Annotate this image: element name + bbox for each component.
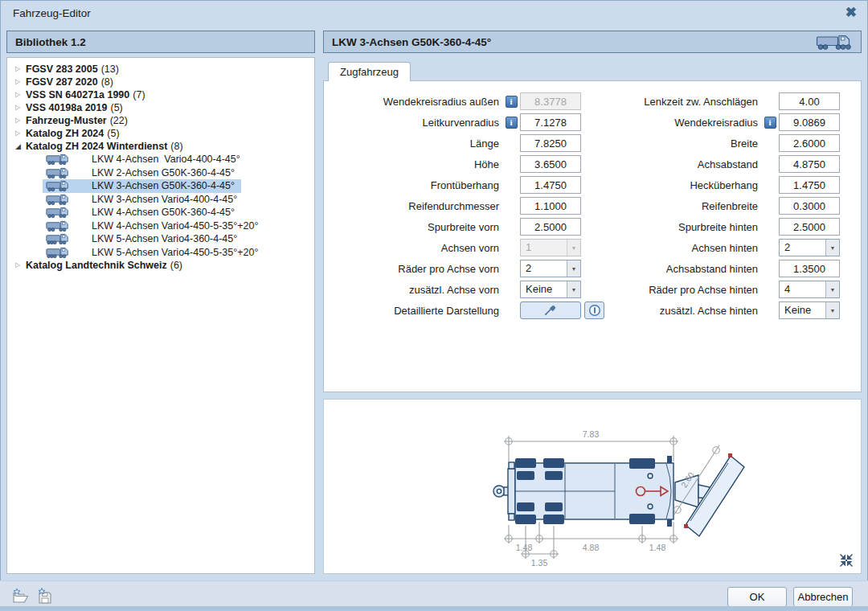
reifendurchmesser-input[interactable] — [520, 197, 581, 215]
zusaetzl-achse-vorn-select[interactable]: Keine ▼ — [520, 281, 581, 298]
field-label: Lenkzeit zw. Anschlägen — [591, 96, 761, 108]
titlebar: Fahrzeug-Editor ✖ — [0, 0, 868, 27]
field-label: Länge — [332, 137, 502, 150]
vehicle-top-view-diagram: 7.83 — [324, 400, 861, 573]
library-panel-header: Bibliothek 1.2 — [6, 31, 315, 53]
expander-icon[interactable]: ▷ — [15, 114, 26, 127]
hoehe-input[interactable] — [520, 155, 581, 173]
tab-zugfahrzeug[interactable]: Zugfahrzeug — [328, 62, 411, 81]
vehicle-item[interactable]: LKW 4-Achsen Vario4-450-5-35°+20° — [7, 219, 314, 233]
field-label: Spurbreite vorn — [332, 221, 502, 233]
expander-icon[interactable]: ▷ — [15, 259, 26, 272]
vehicle-item[interactable]: LKW 5-Achsen Vario4-450-5-35°+20° — [7, 246, 314, 260]
collapse-preview-icon[interactable] — [839, 553, 854, 568]
tab-bar: Zugfahrzeug — [323, 62, 411, 81]
ok-button[interactable]: OK — [727, 587, 787, 607]
leitkurvenradius-input[interactable] — [520, 113, 581, 131]
info-icon[interactable]: i — [506, 117, 518, 129]
vehicle-item-label: LKW 4-Achsen Vario4-450-5-35°+20° — [92, 220, 258, 232]
field-label: Räder pro Achse hinten — [591, 284, 761, 296]
dropdown-arrow-icon[interactable]: ▼ — [825, 281, 839, 297]
expander-expanded-icon[interactable]: ◢ — [15, 140, 26, 153]
tree-category-landtechnik[interactable]: ▷ Katalog Landtechnik Schweiz (6) — [7, 259, 314, 272]
library-header-label: Bibliothek 1.2 — [15, 36, 86, 48]
vehicle-item-label: LKW 3-Achsen G50K-360-4-45° — [92, 180, 235, 191]
pick-detail-representation-button[interactable] — [520, 301, 581, 319]
frontueberhang-input[interactable] — [520, 176, 581, 194]
field-label: Räder pro Achse vorn — [332, 263, 502, 275]
field-label: zusätzl. Achse vorn — [332, 284, 502, 296]
field-label: Spurbreite hinten — [591, 221, 761, 233]
library-tree: ▷ FGSV 283 2005 (13) ▷ FGSV 287 2020 (8)… — [6, 57, 315, 574]
vehicle-item-label: LKW 5-Achsen Vario4-360-4-45° — [92, 233, 237, 244]
dropdown-arrow-icon: ▼ — [567, 240, 580, 256]
truck-body — [493, 456, 674, 527]
close-icon[interactable]: ✖ — [845, 5, 857, 21]
detail-display-toggle-button[interactable] — [584, 301, 604, 319]
dropdown-arrow-icon[interactable]: ▼ — [825, 302, 839, 318]
lenkzeit-input[interactable] — [779, 92, 840, 110]
vehicle-item[interactable]: LKW 4-Achsen Vario4-400-4-45° — [7, 153, 314, 166]
expander-icon[interactable]: ▷ — [15, 101, 26, 114]
open-library-button[interactable] — [11, 588, 31, 605]
dropdown-arrow-icon[interactable]: ▼ — [567, 260, 580, 277]
vehicle-item-selected[interactable]: LKW 3-Achsen G50K-360-4-45° — [7, 179, 314, 193]
expander-icon[interactable]: ▷ — [15, 127, 26, 140]
vehicle-item[interactable]: LKW 2-Achsen G50K-360-4-45° — [7, 166, 314, 180]
field-label: zusätzl. Achse hinten — [591, 305, 761, 317]
field-label: Detaillierte Darstellung — [332, 305, 502, 317]
vehicle-item[interactable]: LKW 3-Achsen Vario4-400-4-45° — [7, 193, 314, 207]
expander-icon[interactable]: ▷ — [15, 76, 26, 88]
vehicle-item-label: LKW 2-Achsen G50K-360-4-45° — [92, 167, 235, 178]
dialog-footer: OK Abbrechen — [0, 580, 868, 611]
tree-category-fgsv-283[interactable]: ▷ FGSV 283 2005 (13) — [7, 63, 314, 76]
open-folder-star-icon — [11, 588, 31, 605]
wendekreisradius-input[interactable] — [779, 113, 840, 131]
spurbreite-hinten-input[interactable] — [779, 218, 840, 236]
field-label: Leitkurvenradius — [332, 117, 502, 129]
window-title: Fahrzeug-Editor — [13, 7, 91, 19]
zusaetzl-achse-hinten-select[interactable]: Keine ▼ — [779, 301, 840, 319]
truck-icon — [45, 153, 71, 166]
vehicle-panel-header: LKW 3-Achsen G50K-360-4-45° — [323, 31, 862, 53]
tree-category-vss-40198a[interactable]: ▷ VSS 40198a 2019 (5) — [7, 101, 314, 114]
info-icon[interactable]: i — [506, 96, 518, 108]
achsabstand-hinten-input[interactable] — [779, 260, 840, 277]
heckueberhang-input[interactable] — [779, 176, 840, 194]
raeder-pro-achse-vorn-select[interactable]: 2 ▼ — [520, 260, 581, 277]
snow-plow — [675, 453, 744, 536]
spurbreite-vorn-input[interactable] — [520, 218, 581, 236]
field-label: Achsabstand hinten — [591, 263, 761, 275]
vehicle-item[interactable]: LKW 4-Achsen G50K-360-4-45° — [7, 206, 314, 219]
tree-category-fgsv-287[interactable]: ▷ FGSV 287 2020 (8) — [7, 76, 314, 88]
expander-icon[interactable]: ▷ — [15, 63, 26, 76]
info-icon[interactable]: i — [764, 117, 776, 129]
dropdown-arrow-icon[interactable]: ▼ — [825, 240, 839, 256]
vehicle-item-label: LKW 5-Achsen Vario4-450-5-35°+20° — [92, 247, 258, 258]
field-label: Wendekreisradius — [591, 117, 761, 129]
tree-category-fahrzeug-muster[interactable]: ▷ Fahrzeug-Muster (22) — [7, 114, 314, 127]
breite-input[interactable] — [779, 134, 840, 152]
laenge-input[interactable] — [520, 134, 581, 152]
dimension-total-length: 7.83 — [504, 429, 678, 461]
field-label: Achsabstand — [591, 158, 761, 170]
svg-text:7.83: 7.83 — [583, 429, 600, 439]
field-label: Höhe — [332, 158, 502, 170]
dropdown-arrow-icon[interactable]: ▼ — [567, 281, 580, 297]
truck-icon — [45, 193, 71, 206]
achsen-hinten-select[interactable]: 2 ▼ — [779, 239, 840, 256]
vehicle-item[interactable]: LKW 5-Achsen Vario4-360-4-45° — [7, 232, 314, 246]
achsabstand-input[interactable] — [779, 155, 840, 173]
tree-category-vss-sn[interactable]: ▷ VSS SN 640271a 1990 (7) — [7, 88, 314, 101]
tree-category-katalog-zh-2024[interactable]: ▷ Katalog ZH 2024 (5) — [7, 127, 314, 140]
achsen-vorn-select: 1 ▼ — [520, 239, 581, 256]
save-library-button[interactable] — [35, 588, 55, 605]
tree-category-katalog-zh-winterdienst[interactable]: ◢ Katalog ZH 2024 Winterdienst (8) — [7, 140, 314, 153]
expander-icon[interactable]: ▷ — [15, 88, 26, 101]
truck-icon — [45, 166, 71, 179]
cancel-button[interactable]: Abbrechen — [793, 587, 853, 607]
reifenbreite-input[interactable] — [779, 197, 840, 215]
field-label: Achsen hinten — [591, 242, 761, 254]
raeder-pro-achse-hinten-select[interactable]: 4 ▼ — [779, 281, 840, 298]
form-column-left: Wendekreisradius außen i Leitkurvenradiu… — [332, 91, 581, 321]
